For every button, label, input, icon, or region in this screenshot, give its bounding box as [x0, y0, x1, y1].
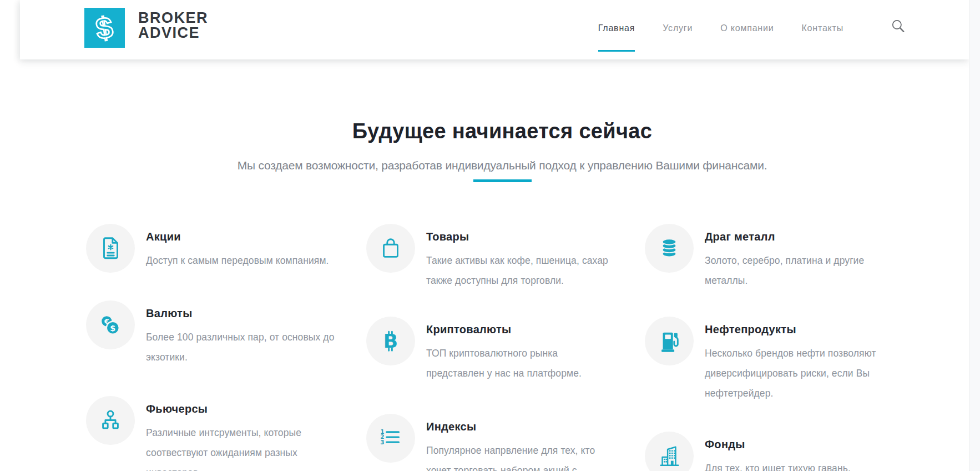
- feature-desc: Популярное напрвление для тех, кто хочет…: [426, 440, 618, 471]
- search-icon[interactable]: [890, 18, 907, 35]
- coin-stack-icon: [645, 224, 694, 273]
- feature-desc: ТОП криптовалютного рынка представлен у …: [426, 343, 618, 383]
- nav-item-contacts[interactable]: Контакты: [801, 23, 843, 33]
- page-subtitle: Мы создаем возможности, разработав индив…: [114, 157, 891, 174]
- svg-text:B: B: [383, 330, 398, 352]
- feature-desc: Несколько брендов нефти позволяют диверс…: [705, 343, 896, 403]
- feature-desc: Различные интсрументы, которые соотвеств…: [146, 423, 337, 471]
- brand-name: BROKER ADVICE: [138, 8, 208, 41]
- accent-divider: [473, 179, 532, 182]
- fuel-pump-icon: [645, 317, 694, 365]
- scrollbar[interactable]: [969, 0, 980, 471]
- page-title: Будущее начинается сейчас: [114, 118, 891, 144]
- svg-text:$: $: [110, 324, 115, 333]
- dollar-logo-icon: $: [84, 8, 125, 48]
- feature-desc: Более 100 различных пар, от основых до э…: [146, 327, 337, 367]
- feature-title: Товары: [426, 229, 618, 244]
- buildings-icon: [645, 432, 694, 471]
- main-nav: Главная Услуги О компании Контакты: [598, 23, 843, 33]
- svg-text:3: 3: [381, 439, 385, 445]
- stock-document-icon: [86, 224, 135, 273]
- brand-name-line2: ADVICE: [138, 26, 208, 41]
- nav-item-about[interactable]: О компании: [720, 23, 774, 33]
- nav-item-home[interactable]: Главная: [598, 23, 635, 33]
- feature-desc: Доступ к самым передовым компаниям.: [146, 250, 337, 270]
- nav-item-services[interactable]: Услуги: [663, 23, 693, 33]
- feature-desc: Золото, серебро, платина и другие металл…: [705, 250, 896, 290]
- header: $ BROKER ADVICE Главная Услуги О компани…: [20, 0, 969, 59]
- feature-title: Фонды: [705, 437, 896, 452]
- currency-coins-icon: € $: [86, 300, 135, 349]
- feature-desc: Такие активы как кофе, пшеница, сахар та…: [426, 250, 618, 290]
- feature-title: Фьючерсы: [146, 402, 337, 416]
- feature-title: Нефтепродукты: [705, 322, 896, 337]
- feature-title: Криптовалюты: [426, 322, 618, 337]
- feature-title: Валюты: [146, 306, 337, 320]
- feature-desc: Для тех, кто ищет тихую гавань.: [705, 458, 896, 471]
- bitcoin-icon: B: [366, 317, 415, 365]
- shopping-bag-icon: [366, 224, 415, 273]
- logo[interactable]: $ BROKER ADVICE: [84, 8, 208, 48]
- numbered-list-icon: 1 2 3: [366, 414, 415, 463]
- feature-title: Акции: [146, 229, 337, 244]
- feature-title: Индексы: [426, 419, 618, 434]
- brand-name-line1: BROKER: [138, 11, 208, 26]
- feature-title: Драг металл: [705, 229, 896, 244]
- page: $ BROKER ADVICE Главная Услуги О компани…: [0, 0, 980, 471]
- hierarchy-icon: [86, 396, 135, 445]
